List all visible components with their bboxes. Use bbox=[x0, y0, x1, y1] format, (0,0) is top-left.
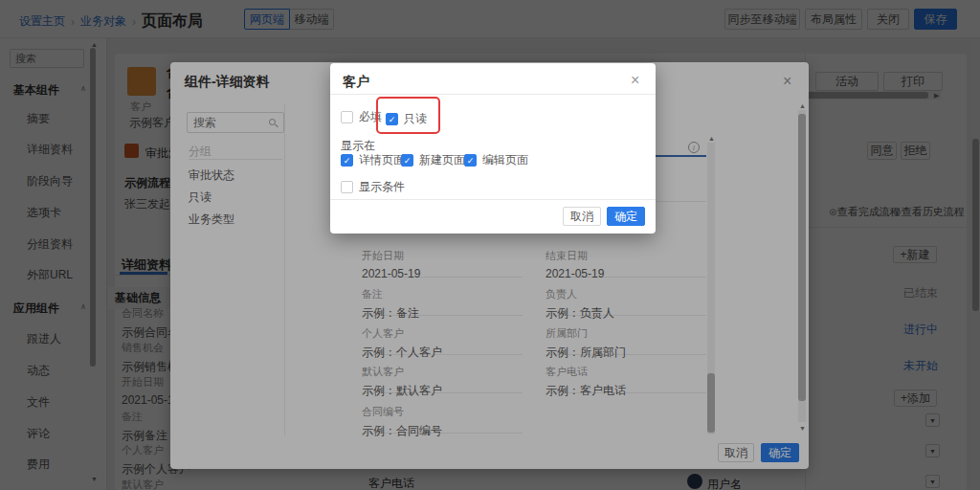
display-new-label: 新建页面 bbox=[419, 152, 465, 168]
display-detail-option[interactable]: ✓ 详情页面 bbox=[341, 152, 405, 168]
check-icon: ✓ bbox=[344, 156, 351, 166]
display-condition-option[interactable]: 显示条件 bbox=[341, 179, 405, 195]
readonly-label: 只读 bbox=[404, 111, 427, 127]
cancel-button[interactable]: 取消 bbox=[563, 207, 601, 226]
check-icon: ✓ bbox=[404, 156, 412, 166]
required-checkbox[interactable] bbox=[341, 111, 353, 123]
display-condition-checkbox[interactable] bbox=[341, 181, 353, 193]
divider bbox=[330, 94, 656, 95]
display-new-checkbox[interactable]: ✓ bbox=[401, 154, 413, 167]
display-condition-label: 显示条件 bbox=[359, 179, 405, 195]
divider bbox=[330, 199, 656, 200]
check-icon: ✓ bbox=[389, 115, 396, 124]
display-detail-checkbox[interactable]: ✓ bbox=[341, 154, 353, 167]
page-layout-editor: 设置主页 › 业务对象 › 页面布局 网页端 移动端 同步至移动端 布局属性 关… bbox=[0, 0, 980, 490]
field-settings-modal: 客户 × 必填 ✓ 只读 显示在 ✓ 详情页面 ✓ 新建页面 ✓ 编辑页面 显示… bbox=[330, 63, 656, 234]
readonly-option[interactable]: ✓ 只读 bbox=[386, 111, 427, 127]
check-icon: ✓ bbox=[467, 156, 475, 166]
display-edit-option[interactable]: ✓ 编辑页面 bbox=[464, 152, 528, 168]
display-edit-label: 编辑页面 bbox=[482, 152, 528, 168]
display-new-option[interactable]: ✓ 新建页面 bbox=[401, 152, 465, 168]
display-detail-label: 详情页面 bbox=[359, 152, 405, 168]
required-label: 必填 bbox=[359, 109, 382, 125]
confirm-button[interactable]: 确定 bbox=[607, 207, 645, 226]
required-option[interactable]: 必填 bbox=[341, 109, 382, 125]
readonly-checkbox[interactable]: ✓ bbox=[386, 113, 398, 125]
close-icon[interactable]: × bbox=[631, 73, 639, 88]
modal-title: 客户 bbox=[343, 74, 369, 91]
display-edit-checkbox[interactable]: ✓ bbox=[464, 154, 477, 167]
